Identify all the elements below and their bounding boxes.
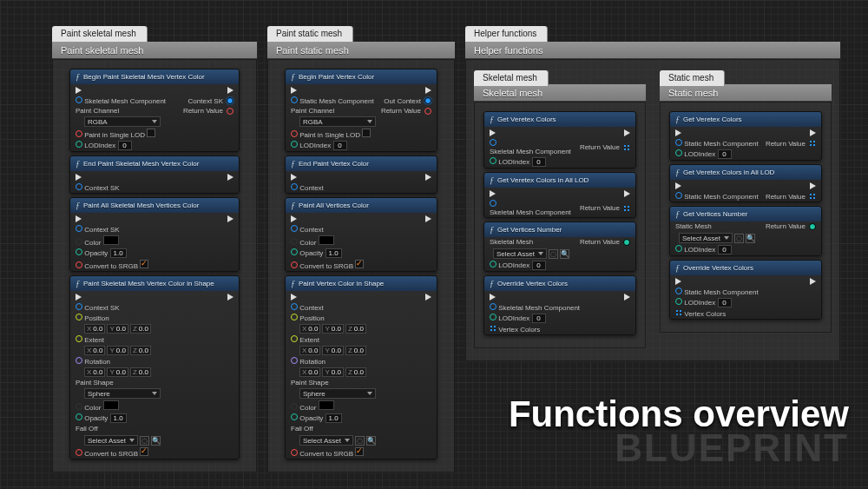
search-icon[interactable]: 🔍 — [746, 234, 755, 243]
pin-left[interactable]: Context SK — [76, 303, 120, 312]
node-paint-all-skel[interactable]: ƒPaint All Skeletal Mesh Vertices Color … — [69, 197, 240, 272]
pin-left[interactable]: Skeletal Mesh Component — [490, 139, 576, 155]
node-paint-skel-shape[interactable]: ƒPaint Skeletal Mesh Vertex Color in Sha… — [69, 275, 240, 459]
node-end-skel[interactable]: ƒEnd Paint Skeletal Mesh Vertex Color Co… — [69, 155, 240, 194]
search-icon[interactable]: 🔍 — [560, 249, 569, 259]
pin-left[interactable]: Paint in Single LOD — [76, 129, 155, 139]
pin-left[interactable]: LODIndex 0 — [490, 314, 546, 323]
pin-left[interactable]: Context SK — [76, 225, 120, 234]
color-swatch[interactable] — [319, 400, 334, 410]
pin-left[interactable]: LODIndex 0 — [490, 261, 546, 270]
lodindex-input[interactable]: 0 — [532, 261, 546, 270]
lodindex-input[interactable]: 0 — [718, 149, 732, 159]
pin-left[interactable]: Convert to SRGB — [291, 447, 364, 458]
checkbox[interactable] — [147, 129, 155, 137]
pin-left[interactable]: Context SK — [76, 183, 120, 192]
checkbox[interactable] — [140, 447, 148, 456]
lodindex-input[interactable]: 0 — [718, 298, 732, 307]
falloff-dropdown[interactable]: Select Asset — [84, 435, 138, 446]
pin-left[interactable]: Vertex Colors — [675, 309, 726, 318]
pin-left[interactable]: Convert to SRGB — [291, 260, 364, 270]
pin-left[interactable]: Convert to SRGB — [76, 447, 148, 458]
pin-left[interactable]: Static Mesh Component — [675, 287, 759, 296]
pin-right[interactable]: Return Value — [766, 140, 816, 148]
checkbox[interactable] — [140, 260, 148, 268]
pin-left[interactable]: Convert to SRGB — [76, 260, 148, 270]
pin-right[interactable]: Return Value — [580, 143, 630, 151]
lodindex-input[interactable]: 0 — [118, 141, 132, 150]
extent-xyz[interactable]: X0.0Y0.0Z0.0 — [291, 346, 366, 355]
shape-dropdown[interactable]: Sphere — [84, 388, 161, 399]
exec-out-icon[interactable] — [227, 87, 233, 94]
node-get-vnumber-skel[interactable]: ƒGet Vertices Number Skeletal MeshReturn… — [483, 221, 636, 272]
node-override-skel[interactable]: ƒOverride Vertex Colors Skeletal Mesh Co… — [483, 275, 636, 335]
extent-xyz[interactable]: X0.0Y0.0Z0.0 — [76, 346, 151, 355]
lodindex-input[interactable]: 0 — [333, 141, 347, 150]
position-xyz[interactable]: X0.0Y0.0Z0.0 — [76, 324, 151, 334]
asset-dropdown[interactable]: Select Asset — [493, 248, 547, 259]
pin-left[interactable]: Position — [291, 314, 325, 322]
pin-left[interactable]: Opacity 1.0 — [76, 248, 127, 258]
pin-left[interactable]: Opacity 1.0 — [291, 413, 342, 423]
tab-helper-stat[interactable]: Static mesh — [660, 70, 724, 86]
pin-left[interactable]: LODIndex 0 — [291, 141, 347, 150]
tab-paint-skeletal[interactable]: Paint skeletal mesh — [52, 26, 147, 42]
pin-left[interactable]: Extent — [76, 335, 104, 344]
paint-channel-dropdown[interactable]: RGBA — [299, 116, 376, 127]
pin-right[interactable]: Return Value — [580, 204, 630, 212]
pin-left[interactable]: Skeletal Mesh Component — [490, 200, 576, 216]
falloff-dropdown[interactable]: Select Asset — [299, 435, 353, 446]
pin-left[interactable]: Static Mesh Component — [675, 139, 759, 148]
browse-icon[interactable]: ◌ — [734, 234, 744, 243]
pin-left[interactable]: Opacity 1.0 — [291, 248, 342, 258]
tab-helper-skel[interactable]: Skeletal mesh — [474, 70, 548, 86]
pin-left[interactable]: Skeletal Mesh Component — [490, 303, 580, 312]
color-swatch[interactable] — [103, 400, 119, 410]
pin-left[interactable]: Rotation — [76, 357, 110, 366]
lodindex-input[interactable]: 0 — [532, 314, 546, 323]
color-swatch[interactable] — [319, 235, 334, 245]
checkbox[interactable] — [355, 260, 364, 268]
opacity-input[interactable]: 1.0 — [326, 248, 342, 258]
pin-right[interactable]: Context SK — [188, 97, 233, 105]
pin-left[interactable]: Vertex Colors — [490, 325, 540, 334]
pin-right[interactable]: Return Value — [766, 222, 816, 230]
node-get-vcolors-alllod-stat[interactable]: ƒGet Veretex Colors in All LOD Static Me… — [669, 164, 822, 202]
position-xyz[interactable]: X0.0Y0.0Z0.0 — [291, 324, 366, 334]
exec-in-icon[interactable] — [76, 87, 82, 94]
asset-dropdown[interactable]: Select Asset — [679, 233, 733, 243]
checkbox[interactable] — [355, 447, 364, 456]
pin-left[interactable]: Context — [291, 303, 324, 312]
pin-left[interactable]: Color — [291, 235, 334, 247]
opacity-input[interactable]: 1.0 — [326, 413, 342, 423]
node-get-vcolors-alllod-skel[interactable]: ƒGet Veretex Colors in All LOD Skeletal … — [483, 172, 636, 218]
pin-right[interactable]: Out Context — [384, 97, 431, 105]
paint-channel-dropdown[interactable]: RGBA — [84, 116, 161, 127]
pin-left[interactable]: LODIndex 0 — [76, 141, 132, 150]
pin-right[interactable]: Return Value — [183, 107, 233, 115]
tab-helper-functions[interactable]: Helper functions — [465, 26, 547, 42]
rotation-xyz[interactable]: X0.0Y0.0Z0.0 — [76, 367, 151, 377]
opacity-input[interactable]: 1.0 — [110, 248, 127, 258]
node-begin-stat[interactable]: ƒBegin Paint Vertex Color Static Mesh Co… — [285, 69, 437, 152]
node-get-vcolors-stat[interactable]: ƒGet Veretex Colors Static Mesh Componen… — [669, 111, 822, 161]
rotation-xyz[interactable]: X0.0Y0.0Z0.0 — [291, 367, 366, 377]
color-swatch[interactable] — [103, 235, 119, 245]
node-begin-skel[interactable]: ƒBegin Paint Skeletal Mesh Vertex Color … — [69, 69, 240, 152]
browse-icon[interactable]: ◌ — [140, 436, 149, 446]
pin-left[interactable]: Rotation — [291, 357, 326, 366]
pin-left[interactable]: Context — [291, 225, 324, 234]
search-icon[interactable]: 🔍 — [151, 436, 161, 446]
shape-dropdown[interactable]: Sphere — [299, 388, 376, 399]
pin-right[interactable]: Return Value — [580, 238, 630, 246]
pin-left[interactable]: Context — [291, 183, 324, 192]
node-override-stat[interactable]: ƒOverride Vertex Colors Static Mesh Comp… — [669, 260, 822, 320]
pin-left[interactable]: Color — [291, 400, 334, 412]
pin-left[interactable]: LODIndex 0 — [675, 245, 732, 254]
pin-left[interactable]: Position — [76, 314, 109, 322]
pin-left[interactable]: LODIndex 0 — [675, 149, 732, 159]
browse-icon[interactable]: ◌ — [549, 249, 558, 259]
node-get-vcolors-skel[interactable]: ƒGet Veretex Colors Skeletal Mesh Compon… — [483, 111, 636, 169]
pin-left[interactable]: Static Mesh Component — [291, 96, 374, 105]
checkbox[interactable] — [362, 129, 371, 137]
